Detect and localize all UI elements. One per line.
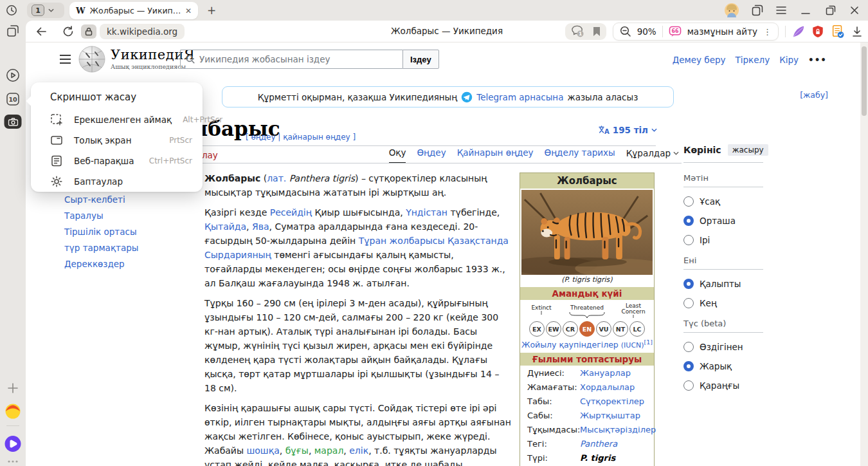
toc-item[interactable]: Сырт-келбеті (64, 194, 186, 205)
address-bar[interactable]: kk.wikipedia.org (81, 24, 185, 39)
telegram-channel-link[interactable]: Telegram арнасына (476, 92, 563, 102)
wiki-search-box[interactable] (180, 50, 402, 69)
menu-item-area-screenshot[interactable]: Ерекшеленген аймақ Alt+PrtScr (31, 109, 203, 130)
reload-button[interactable] (62, 26, 74, 37)
appearance-option[interactable]: Қалыпты (683, 279, 763, 289)
taxonomy-value[interactable]: Мысықтәрізділер (580, 425, 656, 434)
menu-icon[interactable] (776, 6, 786, 15)
menu-item-full-screen[interactable]: Толық экран PrtScr (31, 130, 203, 151)
add-panel-icon[interactable] (7, 382, 19, 394)
collections-icon[interactable] (6, 24, 19, 37)
banner-close-link[interactable]: [жабу] (800, 90, 828, 100)
search-input[interactable] (199, 54, 397, 64)
wiki-link[interactable]: Ява (252, 221, 269, 232)
radio-unselected[interactable] (683, 380, 694, 391)
taxonomy-value[interactable]: Жыртқыштар (580, 411, 640, 420)
close-tab-icon[interactable]: ✕ (185, 6, 192, 15)
more-tools-icon[interactable]: ⋮ (763, 27, 772, 37)
toc-item[interactable]: Дереккөздер (64, 259, 186, 269)
article-tab-1[interactable]: Өңдеу (417, 147, 446, 163)
ssl-lock-icon[interactable] (81, 24, 96, 39)
zoom-out-icon[interactable] (620, 26, 631, 37)
taxonomy-value[interactable]: Сүтқоректілер (580, 396, 644, 406)
screenshot-tool-icon[interactable] (5, 115, 22, 129)
wiki-green-link[interactable]: бұғы (285, 445, 309, 456)
yandex-mail-icon[interactable] (5, 403, 21, 420)
comments-icon[interactable]: 1 (571, 25, 585, 38)
wiki-link[interactable]: Тұран жолбарысы (359, 236, 445, 246)
page-scrollbar[interactable] (860, 42, 868, 466)
radio-unselected[interactable] (683, 342, 694, 352)
profile-avatar[interactable] (725, 3, 739, 17)
yandex-pen-extension-icon[interactable] (792, 25, 805, 38)
wiki-green-link[interactable]: марал (314, 445, 344, 456)
wiki-link[interactable]: шошқа (246, 445, 279, 456)
appearance-option[interactable]: Ұсақ (683, 196, 763, 207)
appearance-hide-button[interactable]: жасыру (728, 144, 768, 156)
status-ref[interactable]: [1] (644, 339, 653, 346)
scrollbar-thumb[interactable] (862, 46, 867, 116)
wiki-link[interactable]: Сырдарияның (204, 250, 271, 260)
wiki-link[interactable]: Үндістан (406, 207, 448, 218)
back-button[interactable] (35, 26, 47, 37)
language-selector[interactable]: A 195 тіл (599, 125, 657, 135)
download-icon[interactable] (851, 26, 863, 37)
radio-unselected[interactable] (683, 235, 694, 245)
toc-item[interactable]: Таралуы (64, 210, 186, 221)
toc-item[interactable]: түр тармақтары (64, 243, 186, 253)
zoom-level[interactable]: 90% (637, 26, 656, 37)
toc-item[interactable]: Тіршілік ортасы (64, 227, 186, 237)
wiki-menu-icon[interactable] (60, 55, 71, 64)
url-domain[interactable]: kk.wikipedia.org (100, 24, 185, 39)
radio-selected[interactable] (683, 216, 694, 226)
article-tab-0[interactable]: Оқу (389, 147, 406, 163)
side-panels-icon[interactable] (752, 5, 763, 16)
tab-counter[interactable]: 1 (27, 3, 64, 18)
rail-more-icon[interactable] (7, 460, 19, 463)
radio-unselected[interactable] (683, 298, 694, 308)
appearance-option[interactable]: Қараңғы (683, 380, 763, 391)
menu-item-web-page[interactable]: Веб-парақша Ctrl+PrtScr (31, 151, 203, 171)
register-link[interactable]: Тіркелу (736, 55, 770, 65)
radio-selected[interactable] (683, 279, 694, 289)
minimize-button[interactable] (801, 5, 810, 15)
login-link[interactable]: Кіру (779, 55, 799, 65)
wiki-link[interactable]: Қазақстанда (448, 236, 509, 246)
appearance-option[interactable]: Ірі (683, 235, 763, 245)
tiger-image[interactable] (521, 190, 653, 275)
appearance-option[interactable]: Орташа (683, 216, 763, 226)
restore-button[interactable] (826, 5, 836, 15)
wiki-link[interactable]: Ресейдің (270, 207, 312, 218)
article-tab-4[interactable]: Құралдар (626, 147, 679, 163)
wiki-link[interactable]: елік (349, 445, 368, 456)
taxonomy-value[interactable]: Жануарлар (580, 368, 631, 378)
browser-tab[interactable]: W Жолбарыс — Уикипед ✕ (69, 2, 198, 19)
radio-selected[interactable] (683, 361, 694, 371)
adblock-shield-icon[interactable] (811, 24, 824, 39)
article-tab-3[interactable]: Өңделу тарихы (545, 147, 615, 163)
wiki-link[interactable]: лат. (267, 173, 286, 183)
user-menu-dots[interactable]: ••• (808, 55, 827, 65)
close-window-button[interactable] (850, 6, 859, 15)
new-tab-button[interactable]: + (204, 3, 219, 17)
appearance-option[interactable]: Кең (683, 298, 763, 308)
radio-unselected[interactable] (683, 196, 694, 207)
search-button[interactable]: Іздеу (402, 50, 439, 69)
status-link[interactable]: Жойылу қаупіндегілер (521, 340, 619, 350)
tab-stack-badge[interactable]: 10 (6, 92, 20, 106)
article-tab-2[interactable]: Қайнарын өңдеу (457, 147, 534, 163)
read-aloud-icon[interactable]: 66 (669, 26, 682, 37)
translate-doc-icon[interactable] (831, 24, 845, 39)
media-play-icon[interactable] (6, 68, 20, 82)
appearance-option[interactable]: Жарық (683, 361, 763, 371)
title-edit-links[interactable]: [ өңдеу | қайнарын өңдеу ] (246, 133, 356, 142)
read-aloud-label[interactable]: мазмұнын айту (687, 26, 757, 37)
taxonomy-value[interactable]: Panthera (580, 439, 617, 449)
wiki-link[interactable]: Қытайда (204, 221, 246, 232)
taxonomy-value[interactable]: Хордалылар (580, 382, 635, 392)
wikipedia-logo[interactable] (77, 44, 107, 74)
alice-assistant-icon[interactable] (5, 435, 22, 452)
menu-item-settings[interactable]: Баптаулар (31, 171, 203, 192)
bookmark-icon[interactable] (593, 26, 601, 37)
donate-link[interactable]: Демеу беру (673, 55, 726, 65)
